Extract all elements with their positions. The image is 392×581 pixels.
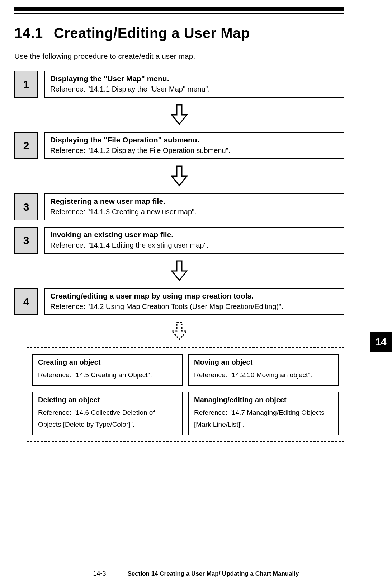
step-number: 2 [14,132,38,159]
step-number: 4 [14,288,38,315]
sub-reference: Reference: "14.2.10 Moving an object". [194,369,333,381]
section-heading: 14.1Creating/Editing a User Map [14,25,378,41]
step-title: Displaying the "File Operation" submenu. [50,136,339,144]
step-2: 2 Displaying the "File Operation" submen… [14,132,344,159]
step-reference: Reference: "14.1.2 Display the File Oper… [50,146,339,155]
sub-box-move: Moving an object Reference: "14.2.10 Mov… [188,354,339,386]
down-arrow-icon [14,104,344,126]
page-number: 14-3 [93,570,106,577]
step-reference: Reference: "14.1.1 Display the "User Map… [50,85,339,93]
chapter-tab: 14 [370,332,392,352]
page-footer: 14-3 Section 14 Creating a User Map/ Upd… [0,570,392,577]
sub-title: Moving an object [194,358,333,366]
step-box: Registering a new user map file. Referen… [44,193,344,220]
down-arrow-icon [14,165,344,187]
step-box: Creating/editing a user map by using map… [44,288,344,315]
step-reference: Reference: "14.1.4 Editing the existing … [50,241,339,249]
step-box: Displaying the "User Map" menu. Referenc… [44,71,344,98]
sub-box-delete: Deleting an object Reference: "14.6 Coll… [32,392,183,435]
step-number: 3 [14,193,38,220]
intro-text: Use the following procedure to create/ed… [14,52,378,61]
step-reference: Reference: "14.1.3 Creating a new user m… [50,208,339,216]
sub-reference: Reference: "14.5 Creating an Object". [38,369,177,381]
top-rule [14,7,344,14]
heading-title: Creating/Editing a User Map [54,25,250,41]
step-box: Invoking an existing user map file. Refe… [44,227,344,254]
step-number: 3 [14,227,38,254]
section-title: Section 14 Creating a User Map/ Updating… [128,570,299,577]
sub-reference: Reference: "14.6 Collective Deletion of … [38,407,177,430]
sub-reference: Reference: "14.7 Managing/Editing Object… [194,407,333,430]
sub-title: Creating an object [38,358,177,366]
step-reference: Reference: "14.2 Using Map Creation Tool… [50,303,339,311]
step-1: 1 Displaying the "User Map" menu. Refere… [14,71,344,98]
step-title: Creating/editing a user map by using map… [50,292,339,300]
procedure-flow: 1 Displaying the "User Map" menu. Refere… [14,71,344,442]
step-3a: 3 Registering a new user map file. Refer… [14,193,344,220]
sub-box-manage: Managing/editing an object Reference: "1… [188,392,339,435]
down-arrow-dashed-icon [14,322,344,341]
step-4: 4 Creating/editing a user map by using m… [14,288,344,315]
step-3b: 3 Invoking an existing user map file. Re… [14,227,344,254]
step-number: 1 [14,71,38,98]
step-box: Displaying the "File Operation" submenu.… [44,132,344,159]
sub-steps-group: Creating an object Reference: "14.5 Crea… [27,347,344,442]
step-title: Displaying the "User Map" menu. [50,74,339,83]
step-title: Registering a new user map file. [50,197,339,206]
step-title: Invoking an existing user map file. [50,230,339,239]
sub-title: Managing/editing an object [194,396,333,404]
down-arrow-icon [14,260,344,282]
heading-number: 14.1 [14,25,43,41]
sub-title: Deleting an object [38,396,177,404]
sub-box-create: Creating an object Reference: "14.5 Crea… [32,354,183,386]
